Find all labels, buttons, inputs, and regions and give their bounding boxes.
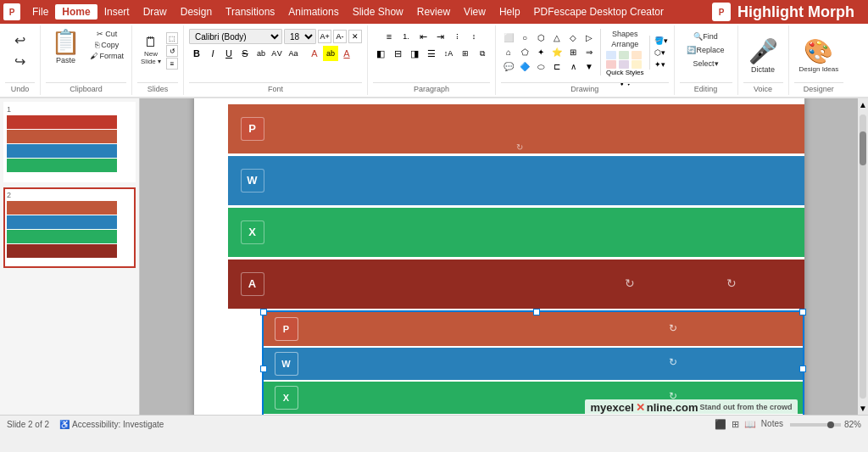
new-slide-button[interactable]: 🗒 New Slide ▾: [137, 31, 164, 70]
arrange-button[interactable]: Arrange: [608, 39, 642, 49]
slide-reset-button[interactable]: ↺: [166, 45, 178, 57]
scroll-thumb[interactable]: [860, 131, 866, 165]
char-case-button[interactable]: Aa: [286, 46, 301, 61]
text-direction-button[interactable]: ↕A: [441, 46, 456, 61]
font-color-button[interactable]: A: [307, 46, 322, 61]
decrease-font-button[interactable]: A-: [333, 30, 347, 43]
fill-button[interactable]: 🪣▾: [654, 36, 669, 46]
undo-button[interactable]: ↩: [13, 31, 27, 50]
text-align-button[interactable]: ⊞: [458, 46, 473, 61]
scroll-down-button[interactable]: ▼: [857, 402, 868, 415]
normal-view-button[interactable]: ⬛: [715, 419, 726, 430]
shapes-button[interactable]: Shapes: [609, 29, 642, 39]
effects-button[interactable]: ✦▾: [654, 59, 669, 70]
select-button[interactable]: Select ▾: [689, 58, 721, 70]
shape-item[interactable]: 💬: [501, 60, 516, 74]
align-right-button[interactable]: ◨: [407, 46, 422, 61]
shape-item[interactable]: ◇: [565, 31, 581, 45]
font-name-select[interactable]: Calibri (Body): [189, 29, 282, 44]
shape-item[interactable]: ⬡: [533, 31, 548, 45]
zoom-slider[interactable]: [790, 423, 841, 427]
shape-item[interactable]: ⬜: [501, 31, 516, 45]
notes-button[interactable]: Notes: [761, 419, 783, 430]
quick-styles-button[interactable]: Quick Styles: [604, 49, 645, 78]
slide-sorter-button[interactable]: ⊞: [732, 419, 739, 430]
handle-tr[interactable]: [799, 309, 806, 315]
menu-design[interactable]: Design: [174, 4, 219, 20]
strikethrough-button[interactable]: S: [237, 46, 253, 61]
outline-button[interactable]: ⬡▾: [654, 47, 669, 58]
shape-item[interactable]: ⊏: [549, 60, 565, 74]
shape-item[interactable]: ✦: [533, 46, 548, 59]
bullets-button[interactable]: ≡: [381, 29, 397, 44]
increase-font-button[interactable]: A+: [318, 30, 331, 43]
menu-view[interactable]: View: [457, 4, 492, 20]
vertical-scrollbar[interactable]: ▲ ▼: [858, 98, 868, 415]
italic-button[interactable]: I: [205, 46, 220, 61]
shape-item[interactable]: △: [549, 31, 565, 45]
reading-view-button[interactable]: 📖: [744, 419, 756, 430]
justify-button[interactable]: ☰: [424, 46, 439, 61]
shape-item[interactable]: ▷: [581, 31, 597, 45]
clear-format-button[interactable]: ✕: [348, 30, 362, 43]
shape-item[interactable]: ▼: [581, 60, 597, 74]
shape-item[interactable]: ⌂: [501, 46, 516, 59]
copy-button[interactable]: ⎘ Copy: [87, 40, 126, 50]
numbering-button[interactable]: 1.: [398, 29, 414, 44]
menu-transitions[interactable]: Transitions: [219, 4, 281, 20]
line-spacing-button[interactable]: ↕: [466, 29, 481, 44]
menu-insert[interactable]: Insert: [97, 4, 136, 20]
highlight-color-button[interactable]: ab: [323, 46, 338, 61]
handle-tl[interactable]: [260, 309, 267, 315]
bold-button[interactable]: B: [189, 46, 204, 61]
shape-item[interactable]: ⭐: [549, 46, 565, 59]
align-center-button[interactable]: ⊟: [390, 46, 405, 61]
menu-slideshow[interactable]: Slide Show: [346, 4, 410, 20]
decrease-indent-button[interactable]: ⇤: [415, 29, 431, 44]
underline-button[interactable]: U: [221, 46, 236, 61]
shadow-button[interactable]: ab: [253, 46, 269, 61]
text-color-button[interactable]: A: [339, 46, 354, 61]
scroll-track[interactable]: [860, 114, 866, 399]
drawing-group: ⬜ ○ ⬡ △ ◇ ▷ ⌂ ⬠ ✦ ⭐ ⊞ ⇒: [496, 25, 674, 95]
slide-canvas[interactable]: P ↻ W X A ↻ ↻: [194, 98, 804, 415]
slide-bar-word: W: [228, 156, 804, 205]
format-painter-button[interactable]: 🖌 Format: [87, 51, 126, 61]
zoom-thumb[interactable]: [827, 421, 834, 428]
handle-mr[interactable]: [799, 366, 806, 372]
shape-item[interactable]: ⬠: [517, 46, 532, 59]
increase-indent-button[interactable]: ⇥: [432, 29, 448, 44]
smartart-button[interactable]: ⧉: [475, 46, 490, 61]
menu-pdfescape[interactable]: PDFescape Desktop Creator: [527, 4, 670, 20]
handle-ml[interactable]: [260, 366, 267, 372]
menu-draw[interactable]: Draw: [136, 4, 174, 20]
menu-help[interactable]: Help: [492, 4, 527, 20]
dictate-button[interactable]: 🎤 Dictate: [743, 36, 783, 77]
shape-item[interactable]: ⇒: [581, 46, 597, 59]
menu-home[interactable]: Home: [55, 4, 97, 20]
menu-file[interactable]: File: [25, 4, 55, 20]
handle-tm[interactable]: [533, 309, 540, 315]
cut-button[interactable]: ✂ Cut: [87, 29, 126, 39]
slide-thumbnail-2[interactable]: 2: [3, 187, 136, 268]
paste-button[interactable]: 📋 Paste: [46, 27, 86, 68]
redo-button[interactable]: ↪: [13, 52, 27, 71]
columns-button[interactable]: ⫶: [449, 29, 465, 44]
menu-review[interactable]: Review: [410, 4, 457, 20]
shape-item[interactable]: 🔷: [517, 60, 532, 74]
slide-section-button[interactable]: ≡: [166, 58, 178, 70]
replace-button[interactable]: 🔄 Replace: [683, 44, 727, 56]
shape-item[interactable]: ⬭: [533, 60, 548, 74]
menu-animations[interactable]: Animations: [281, 4, 345, 20]
slide-layout-button[interactable]: ⬚: [166, 32, 178, 44]
shape-item[interactable]: ⊞: [565, 46, 581, 59]
shape-item[interactable]: ∧: [565, 60, 581, 74]
font-size-select[interactable]: 18: [284, 29, 316, 44]
align-left-button[interactable]: ◧: [373, 46, 388, 61]
scroll-up-button[interactable]: ▲: [857, 98, 868, 111]
slide-thumbnail-1[interactable]: 1: [3, 102, 136, 182]
char-spacing-button[interactable]: AV: [270, 46, 285, 61]
find-button[interactable]: 🔍 Find: [690, 31, 721, 42]
shape-item[interactable]: ○: [517, 31, 532, 45]
design-ideas-button[interactable]: 🎨 Design Ideas: [794, 36, 844, 76]
